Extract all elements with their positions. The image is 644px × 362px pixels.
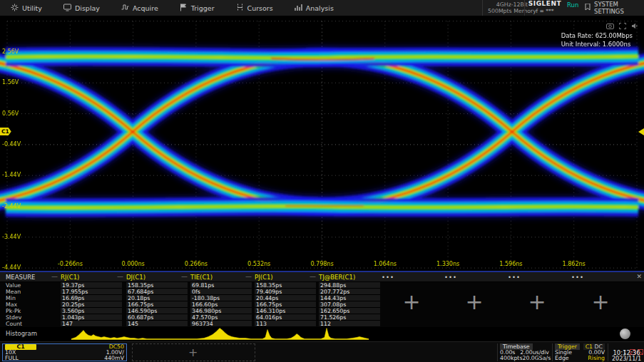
remove-measure-icon[interactable]: — (245, 273, 252, 280)
eye-diagram (0, 16, 644, 271)
flag-icon (180, 4, 188, 13)
measure-row-label: Pk-Pk (6, 308, 21, 314)
channel-bandwidth: FULL (5, 356, 19, 361)
timebase-sample-rate: 20.0GSa/s (522, 356, 551, 361)
trigger-frequency: f = *** (525, 8, 565, 14)
system-settings-label: SYSTEM SETTINGS (594, 1, 644, 15)
measure-cell: 112 (319, 321, 380, 327)
measure-column-header[interactable]: PJ(C1) (255, 274, 273, 281)
run-status[interactable]: Run (567, 1, 578, 9)
top-menu-bar: UtilityDisplayAcquireTriggerCursorsAnaly… (0, 0, 644, 16)
measure-cell: 158.35ps (255, 282, 316, 289)
data-rate-label: Data Rate: 625.00Mbps (561, 31, 633, 40)
measure-cell: 16.69ps (61, 295, 122, 301)
histogram-scroll-knob[interactable] (620, 329, 630, 339)
serial-info: Data Rate: 625.00Mbps Unit Interval: 1.6… (561, 31, 633, 48)
measure-more-menu[interactable]: ••• (508, 274, 521, 281)
menu-item-display[interactable]: Display (53, 0, 111, 16)
status-bar: C1 DC50 10X 1.00V/ FULL 440mV + Timebase… (0, 341, 644, 362)
add-measure-button[interactable]: + (401, 292, 422, 312)
analysis-icon (295, 4, 302, 13)
expand-icon[interactable] (619, 19, 626, 32)
trigger-box[interactable]: Trigger C1 DC Single 0.00V Edge Rising (552, 343, 607, 361)
x-axis-label: 0.266ns (185, 261, 208, 267)
add-measure-button[interactable]: + (526, 292, 548, 312)
measure-cell: 144.43ps (319, 295, 380, 301)
add-channel-icon[interactable]: + (188, 346, 198, 359)
y-axis-label: -2.44V (2, 203, 21, 210)
measure-cell: 145 (126, 321, 188, 327)
y-axis-label: 0.56V (2, 110, 19, 117)
measure-cell: 47.570ps (190, 314, 252, 321)
menu-item-analysis[interactable]: Analysis (284, 0, 344, 16)
measure-cell: 60.687ps (126, 314, 188, 321)
measure-cell: 71.526ps (319, 314, 380, 321)
menu-items: UtilityDisplayAcquireTriggerCursorsAnaly… (0, 0, 344, 16)
display-toolbar (606, 19, 638, 32)
measure-cell: 963734 (190, 321, 252, 327)
x-axis-label: 1.862ns (563, 261, 586, 267)
measure-cell: 1.043ps (61, 314, 122, 321)
menu-item-cursors[interactable]: Cursors (225, 0, 284, 16)
measure-cell: 3.560ps (61, 308, 122, 314)
timebase-box[interactable]: Timebase 0.00s 2.00us/div 400kpts 20.0GS… (497, 343, 551, 361)
measure-cell: 346.980ps (190, 308, 252, 314)
menu-item-utility[interactable]: Utility (0, 0, 53, 16)
measure-cell: 166.75ps (126, 301, 188, 308)
system-settings-button[interactable]: SYSTEM SETTINGS (585, 0, 644, 16)
menu-item-label: Analysis (306, 4, 334, 12)
remove-measure-icon[interactable]: — (310, 273, 316, 280)
measure-title: MEASURE (6, 274, 35, 281)
measure-cell: 146.310ps (255, 308, 316, 314)
oscilloscope-screen: UtilityDisplayAcquireTriggerCursorsAnaly… (0, 0, 644, 362)
measure-column-header[interactable]: TIE(C1) (190, 274, 213, 281)
measure-more-menu[interactable]: ••• (571, 274, 584, 281)
waveform-display[interactable]: Data Rate: 625.00Mbps Unit Interval: 1.6… (0, 16, 644, 272)
x-axis-label: 1.064ns (374, 261, 397, 267)
measure-cell: 147 (61, 321, 122, 327)
menu-item-label: Display (75, 4, 100, 12)
remove-measure-icon[interactable]: — (181, 273, 188, 280)
speaker-icon[interactable] (631, 19, 638, 32)
measure-cell: 20.44ps (255, 295, 316, 301)
menu-item-label: Cursors (247, 4, 273, 12)
x-axis-label: 1.596ns (499, 261, 522, 267)
brand-box: SIGLENT f = *** (524, 0, 565, 16)
measure-cell: 17.955ps (61, 289, 122, 295)
add-measure-button[interactable]: + (590, 292, 611, 312)
y-axis-label: -0.44V (2, 141, 21, 148)
channel-offset: 440mV (104, 356, 124, 361)
y-axis-label: -4.44V (2, 264, 21, 271)
monitor-icon (63, 4, 71, 13)
menu-item-label: Utility (22, 4, 42, 12)
bookmark-icon (585, 4, 591, 12)
y-axis-label: -1.44V (2, 172, 21, 178)
measure-cell: 20.18ps (126, 295, 188, 301)
measure-column-header[interactable]: DJ(C1) (126, 274, 145, 281)
trigger-level-marker[interactable] (638, 128, 644, 135)
measure-cell: 307.08ps (319, 301, 380, 308)
menu-item-acquire[interactable]: Acquire (111, 0, 169, 16)
measure-row-label: Count (6, 321, 22, 327)
remove-measure-icon[interactable]: — (117, 273, 123, 280)
measure-more-menu[interactable]: ••• (444, 274, 457, 281)
add-measure-button[interactable]: + (464, 292, 485, 312)
channel-c1-box[interactable]: C1 DC50 10X 1.00V/ FULL 440mV (2, 343, 127, 361)
close-measure-icon[interactable]: ✕ (636, 273, 642, 280)
x-axis-label: 0.798ns (310, 261, 333, 267)
measure-column-header[interactable]: TJ@BER(C1) (319, 274, 355, 281)
measure-cell: 69.81ps (190, 282, 252, 289)
measure-more-menu[interactable]: ••• (382, 274, 394, 281)
measure-column-header[interactable]: RJ(C1) (61, 274, 79, 281)
y-axis-label: -3.44V (2, 234, 21, 240)
y-axis-label: 1.56V (2, 79, 19, 86)
measure-row-label: Stdev (6, 314, 21, 321)
date-display: 2023/11/1 (608, 356, 644, 362)
camera-icon[interactable] (606, 19, 614, 32)
remove-measure-icon[interactable]: — (51, 273, 58, 280)
menu-item-trigger[interactable]: Trigger (169, 0, 225, 16)
measure-cell: 166.60ps (190, 301, 252, 308)
measure-cell: -180.38ps (190, 295, 252, 301)
measure-cell: 64.016ps (255, 314, 316, 321)
cursors-icon (236, 4, 244, 13)
